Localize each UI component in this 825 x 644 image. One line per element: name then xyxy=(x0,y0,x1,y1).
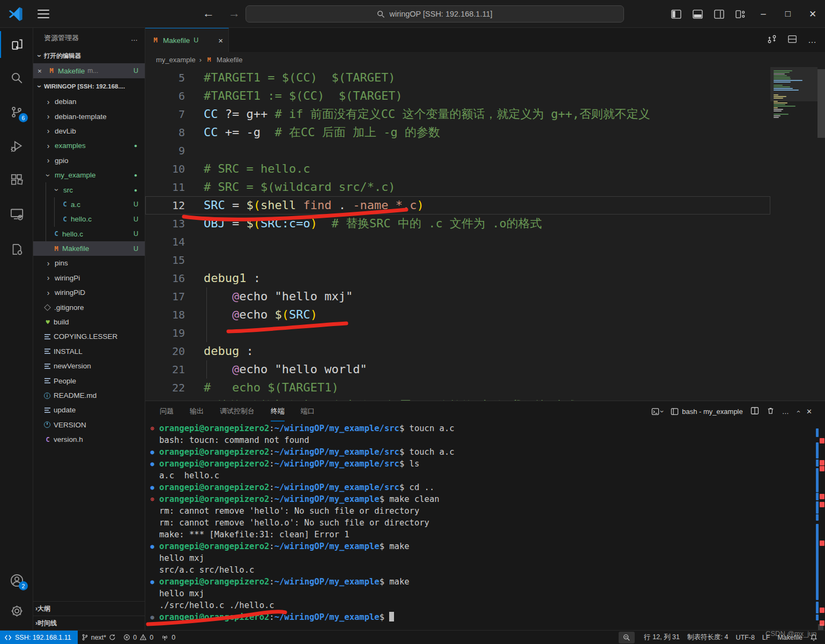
eol[interactable]: LF xyxy=(759,631,774,644)
extensions-icon[interactable] xyxy=(0,166,33,193)
panel-tab-3[interactable]: 终端 xyxy=(271,401,285,421)
code-line-13[interactable]: 13OBJ = $(SRC:c=o) # 替换SRC 中的 .c 文件为 .o的… xyxy=(145,214,770,233)
maximize-panel-icon[interactable]: › xyxy=(793,410,801,412)
code-line-22[interactable]: 22# echo $(TARGET1) xyxy=(145,379,770,397)
source-control-icon[interactable]: 6 xyxy=(0,99,33,125)
open-changes-icon[interactable] xyxy=(767,34,777,46)
maximize-button[interactable]: □ xyxy=(776,0,800,28)
menu-icon[interactable] xyxy=(38,10,49,18)
tree-item-version.h[interactable]: Cversion.h xyxy=(33,432,145,447)
notifications-bell-icon[interactable] xyxy=(806,631,825,644)
tree-item-examples[interactable]: ›examples● xyxy=(33,138,145,153)
tree-item-a.c[interactable]: Ca.cU xyxy=(33,197,145,212)
tree-item-hello.c[interactable]: Chello.cU xyxy=(33,212,145,226)
branch-indicator[interactable]: next* xyxy=(78,631,120,644)
close-panel-icon[interactable]: ✕ xyxy=(806,408,812,416)
split-terminal-icon[interactable] xyxy=(750,406,759,417)
tree-item-VERSION[interactable]: VERSION xyxy=(33,418,145,432)
command-center-search[interactable]: wiringOP [SSH: 192.168.1.11] xyxy=(246,5,624,23)
code-line-18[interactable]: 18 @echo $(SRC) xyxy=(145,306,770,324)
tree-item-devLib[interactable]: ›devLib xyxy=(33,124,145,138)
toggle-sidebar-icon[interactable] xyxy=(665,0,687,28)
breadcrumb[interactable]: my_example › M Makefile xyxy=(145,52,825,67)
editor-scrollbar[interactable] xyxy=(817,69,825,138)
toggle-panel-icon[interactable] xyxy=(687,0,708,28)
minimize-button[interactable]: – xyxy=(751,0,776,28)
accounts-icon[interactable]: 2 xyxy=(0,567,33,594)
panel-tab-2[interactable]: 调试控制台 xyxy=(220,401,255,421)
run-debug-icon[interactable] xyxy=(0,133,33,160)
tree-item-People[interactable]: People xyxy=(33,373,145,388)
open-editor-makefile[interactable]: × M Makefile m... U xyxy=(33,63,145,78)
code-line-8[interactable]: 8CC += -g # 在CC 后面 加上 -g 的参数 xyxy=(145,123,770,142)
tree-item-COPYING.LESSER[interactable]: COPYING.LESSER xyxy=(33,329,145,344)
code-editor[interactable]: 5#TARGET1 = $(CC) $(TARGET)6#TARGET1 := … xyxy=(145,67,825,401)
search-sidebar-icon[interactable] xyxy=(0,64,33,91)
tree-item-update[interactable]: update xyxy=(33,403,145,417)
encoding[interactable]: UTF-8 xyxy=(732,631,758,644)
code-line-5[interactable]: 5#TARGET1 = $(CC) $(TARGET) xyxy=(145,69,770,87)
code-line-9[interactable]: 9 xyxy=(145,142,770,160)
tree-item-src[interactable]: ›src● xyxy=(33,182,145,197)
open-editors-header[interactable]: › 打开的编辑器 xyxy=(33,48,145,63)
panel-tab-4[interactable]: 端口 xyxy=(301,401,315,421)
close-button[interactable]: ✕ xyxy=(800,0,825,28)
code-line-23[interactable]: 23# 比较 依赖文件 与 目标文件 ，设置 了 依赖的 文件 我们就 生成 xyxy=(145,397,770,401)
tree-item-gpio[interactable]: ›gpio xyxy=(33,153,145,168)
split-editor-icon[interactable] xyxy=(787,34,797,46)
tab-close-icon[interactable]: × xyxy=(218,36,223,45)
code-line-21[interactable]: 21 @echo "hello world" xyxy=(145,360,770,379)
tab-makefile[interactable]: M Makefile U × xyxy=(145,28,229,52)
tree-item-pins[interactable]: ›pins xyxy=(33,256,145,270)
code-line-20[interactable]: 20debug : xyxy=(145,342,770,360)
tree-item-wiringPi[interactable]: ›wiringPi xyxy=(33,271,145,285)
toggle-secondary-sidebar-icon[interactable] xyxy=(708,0,730,28)
code-line-12[interactable]: 12SRC = $(shell find . -name *.c) xyxy=(145,196,770,214)
code-line-16[interactable]: 16debug1 : xyxy=(145,269,770,287)
tree-item-Makefile[interactable]: MMakefileU xyxy=(33,241,145,256)
minimap[interactable] xyxy=(770,68,817,121)
customize-layout-icon[interactable] xyxy=(730,0,751,28)
code-line-17[interactable]: 17 @echo "hello mxj" xyxy=(145,287,770,306)
panel-more-icon[interactable]: … xyxy=(782,408,789,416)
code-line-19[interactable]: 19 xyxy=(145,324,770,342)
tree-item-debian-template[interactable]: ›debian-template xyxy=(33,109,145,123)
code-line-14[interactable]: 14 xyxy=(145,233,770,251)
tree-item-README.md[interactable]: iREADME.md xyxy=(33,388,145,403)
zoom-status-icon[interactable] xyxy=(619,632,635,643)
workspace-root-header[interactable]: › WIRINGOP [SSH: 192.168.... xyxy=(33,78,145,94)
explorer-icon[interactable] xyxy=(0,31,33,58)
close-icon[interactable]: × xyxy=(38,67,45,75)
remote-explorer-icon[interactable] xyxy=(0,201,33,227)
sidebar-more-icon[interactable]: … xyxy=(131,34,138,42)
ports-indicator[interactable]: 0 xyxy=(157,631,179,644)
timeline-section[interactable]: › 时间线 xyxy=(33,616,145,630)
launch-profile-icon[interactable]: › xyxy=(651,408,663,416)
back-button[interactable]: ← xyxy=(203,6,214,20)
panel-tab-1[interactable]: 输出 xyxy=(190,401,204,421)
more-actions-icon[interactable]: … xyxy=(808,35,816,45)
cursor-position[interactable]: 行 12, 列 31 xyxy=(640,631,683,644)
tree-item-INSTALL[interactable]: INSTALL xyxy=(33,344,145,359)
code-line-10[interactable]: 10# SRC = hello.c xyxy=(145,160,770,178)
code-line-6[interactable]: 6#TARGET1 := $(CC) $(TARGET) xyxy=(145,87,770,105)
tree-item-debian[interactable]: ›debian xyxy=(33,94,145,109)
tree-item-my-example[interactable]: ›my_example● xyxy=(33,168,145,182)
tree-item-hello.c[interactable]: Chello.cU xyxy=(33,227,145,241)
indentation[interactable]: 制表符长度: 4 xyxy=(683,631,732,644)
settings-gear-icon[interactable] xyxy=(0,597,33,624)
language-mode[interactable]: Makefile xyxy=(774,631,806,644)
remote-indicator[interactable]: SSH: 192.168.1.11 xyxy=(0,631,78,644)
tree-item-.gitignore[interactable]: .gitignore xyxy=(33,300,145,314)
outline-section[interactable]: › 大纲 xyxy=(33,601,145,616)
problems-indicator[interactable]: 0 0 xyxy=(120,631,157,644)
code-line-11[interactable]: 11# SRC = $(wildcard src/*.c) xyxy=(145,178,770,196)
terminal-output[interactable]: ⊗orangepi@orangepizero2:~/wiringOP/my_ex… xyxy=(145,423,814,629)
tree-item-build[interactable]: ♥build xyxy=(33,315,145,329)
kill-terminal-icon[interactable] xyxy=(767,406,775,417)
code-line-15[interactable]: 15 xyxy=(145,251,770,269)
terminal-session-item[interactable]: bash - my_example xyxy=(671,408,742,416)
code-line-7[interactable]: 7CC ?= g++ # if 前面没有定义CC 这个变量的额话，就定义为 g+… xyxy=(145,105,770,123)
tree-item-wiringPiD[interactable]: ›wiringPiD xyxy=(33,285,145,300)
panel-tab-0[interactable]: 问题 xyxy=(160,401,174,421)
